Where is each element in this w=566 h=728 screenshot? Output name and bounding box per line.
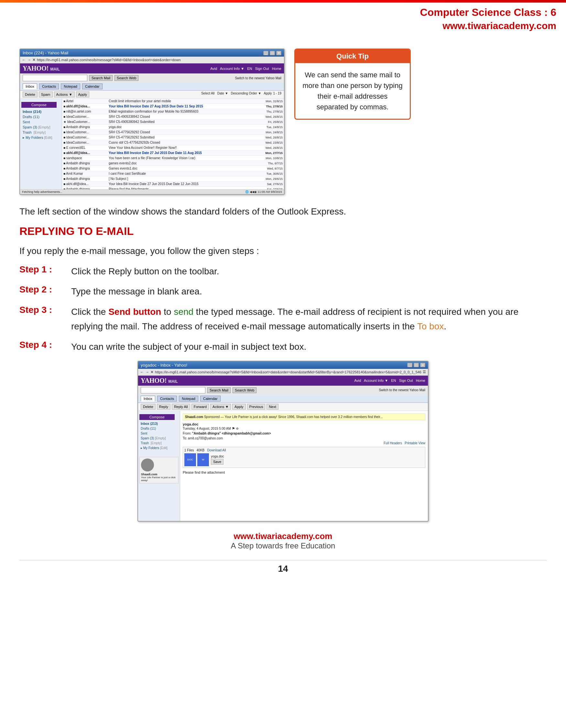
yahoo-nav-2: Avid Account Info ▼ EN Sign Out Home [354,379,425,382]
mail-row[interactable]: ■ IdeaCustomer...SR# C5-4905338942 Close… [62,114,284,119]
window-title-text-1: Inbox (224) - Yahoo Mail [23,50,68,55]
switch-link[interactable]: Switch to the newest Yahoo Mail [235,76,282,80]
mail-row[interactable]: ■ akhl.dlf@idea...Your Idea Bill Invoice… [62,104,284,109]
next-btn[interactable]: Next [267,404,279,410]
search-mail-btn-2[interactable]: Search Mail [207,387,231,393]
back-icon[interactable]: ← [22,58,26,62]
tab-inbox-2[interactable]: Inbox [141,396,155,402]
sidebar-inbox-1[interactable]: Inbox (214) [21,109,61,114]
compose-btn-2[interactable]: Compose [139,414,175,420]
delete-btn-1[interactable]: Delete [23,92,38,97]
mail-row[interactable]: ■ AirtelCredit limit information for you… [62,99,284,104]
search-bar-1: Search Mail Search Web Switch to the new… [20,73,284,83]
search-web-btn[interactable]: Search Web [115,75,139,81]
sort-options: Select All Date ▼ Descending Order ▼ App… [201,92,272,97]
sidebar-folders-2[interactable]: ▸ My Folders [Edit] [139,446,179,450]
sidebar-folders-1[interactable]: ▸ My Folders [Edit] [21,135,61,140]
minimize-btn-2[interactable]: _ [407,363,412,367]
actions-btn-1[interactable]: Actions ▼ [54,92,75,97]
back-icon-2[interactable]: ← [140,370,144,374]
forward-icon[interactable]: → [27,58,31,62]
mail-row[interactable]: ■ Ambabh dhingragames events2.docThu, 6/… [62,161,284,166]
search-mail-btn[interactable]: Search Mail [89,75,113,81]
mail-row[interactable]: ■ nilt@in.airtel.comEMail registration c… [62,109,284,114]
tab-notepad-2[interactable]: Notepad [179,396,198,402]
mail-row[interactable]: ★ IdeaCustomer...SR# C5-4905380942 Submi… [62,119,284,125]
download-all-link[interactable]: Download All [207,448,226,452]
sponsored-box: Shaadi.com Your Life Partner is just a c… [139,457,179,483]
sidebar-sent-1[interactable]: Sent [21,119,61,125]
close-btn-2[interactable]: ✕ [420,363,425,367]
mail-row[interactable]: ■ Amit KumarI cant Fine cast Sertificate… [62,171,284,176]
mail-row[interactable]: ■ akhl.dlf@idea...Your Idea Bill Invoice… [62,182,284,187]
mail-body-1: Compose Inbox (214) Drafts (11) Sent Spa… [20,99,284,189]
attachment-file: DOC W yoga.doc Save [184,453,424,466]
mail-row[interactable]: ■ IdeaCustomer...Cusno sbf C5-4775629292… [62,140,284,145]
switch-link-2[interactable]: Switch to the newest Yahoo Mail [379,388,425,392]
maximize-btn[interactable]: □ [270,51,275,55]
tab-contacts-2[interactable]: Contacts [157,396,177,402]
mail-row[interactable]: ■ IdeaCustomer...SR# C5-4775629292 Close… [62,130,284,135]
mail-row[interactable]: ■ Ambabh dhingraPlease find the Attachme… [62,187,284,189]
star-icon: ☆ [236,427,239,430]
tab-calendar-2[interactable]: Calendar [200,396,221,402]
tab-notepad[interactable]: Notepad [61,83,80,89]
window-controls-1: _ □ ✕ [263,51,282,55]
intro-paragraph: The left section of the window shows the… [19,204,547,219]
step-3-label: Step 3 : [19,305,71,315]
address-bar-1: ← → ✕ https://in-mg61.mail.yahoo.com/neo… [20,57,284,63]
mail-tab-bar-2: Inbox Contacts Notepad Calendar [138,395,428,403]
step-3-content: Click the Send button to send the typed … [71,305,547,334]
sidebar-trash-1[interactable]: Trash [Empty] [21,130,61,135]
footer-tagline: A Step towards free Education [19,541,547,550]
compose-btn-1[interactable]: Compose [21,102,57,108]
apply-btn-2[interactable]: Apply [232,404,246,410]
mail-row[interactable]: ■ Ambabh dhingrayoga.docTue, 24/8/15 [62,125,284,130]
close-btn[interactable]: ✕ [276,51,282,55]
search-mail-input[interactable] [23,75,87,81]
mail-row[interactable]: ■ akhl.dlf@idea...Your Idea Bill Invoice… [62,150,284,156]
tab-calendar[interactable]: Calendar [82,83,103,89]
minimize-btn[interactable]: _ [263,51,269,55]
previous-btn[interactable]: Previous [247,404,266,410]
mail-row[interactable]: ■ sandspaceYou have been sent a file (Fi… [62,156,284,161]
send-button-ref: Send button [108,307,161,317]
refresh-icon[interactable]: ✕ [32,58,36,62]
sidebar-inbox-2[interactable]: Inbox (213) [139,421,179,426]
mail-row[interactable]: ■ IdeaCustomer...SR# C5-4775629292 Submi… [62,135,284,140]
tab-contacts[interactable]: Contacts [39,83,59,89]
search-mail-input-2[interactable] [141,387,205,393]
actions-btn-2[interactable]: Actions ▼ [210,404,231,410]
sidebar-sent-2[interactable]: Sent [139,431,179,436]
section-heading: REPLYING TO E-MAIL [19,225,547,237]
sidebar-spam-2[interactable]: Spam (3) [Empty] [139,436,179,441]
reply-all-btn[interactable]: Reply All [172,404,190,410]
maximize-btn-2[interactable]: □ [414,363,419,367]
sidebar-drafts-1[interactable]: Drafts (11) [21,114,61,119]
spam-btn-1[interactable]: Spam [39,92,53,97]
search-web-btn-2[interactable]: Search Web [233,387,257,393]
full-headers-link[interactable]: Full Headers Printable View [183,441,425,445]
shaadi-text: Shaadi.com Sponsored — Your Life Partner… [185,415,383,419]
forward-btn[interactable]: Forward [192,404,209,410]
save-attachment-btn[interactable]: Save [211,459,224,465]
email-window-2: yogadoc - Inbox - Yahoo! _ □ ✕ ← → ✕ htt… [138,361,428,522]
apply-btn-1[interactable]: Apply [76,92,90,97]
avatar [141,458,154,471]
reply-btn[interactable]: Reply [157,404,171,410]
delete-btn-2[interactable]: Delete [141,404,156,410]
tab-inbox[interactable]: Inbox [23,83,37,89]
yahoo-nav-1: Avid Account Info ▼ EN Sign Out Home [210,67,282,71]
mail-row[interactable]: ■ E connectIELView Your Idea Account Onl… [62,145,284,150]
mail-row[interactable]: ■ Ambabh dhingraGames events1.docWed, 8/… [62,166,284,171]
mail-row[interactable]: ■ Ambabh dhingra[ No Subject ]Mon, 29/6/… [62,176,284,182]
refresh-icon-2[interactable]: ✕ [150,370,154,374]
step-4-label: Step 4 : [19,340,71,350]
sidebar-trash-2[interactable]: Trash [Empty] [139,441,179,446]
quick-tip-body: We can send the same mail to more than o… [295,63,410,119]
sidebar-drafts-2[interactable]: Drafts (11) [139,426,179,431]
settings-icon-2[interactable]: ☰ [423,370,426,374]
forward-icon-2[interactable]: → [145,370,149,374]
sidebar-spam-1[interactable]: Spam (3) [Empty] [21,125,61,130]
step-2-label: Step 2 : [19,284,71,295]
